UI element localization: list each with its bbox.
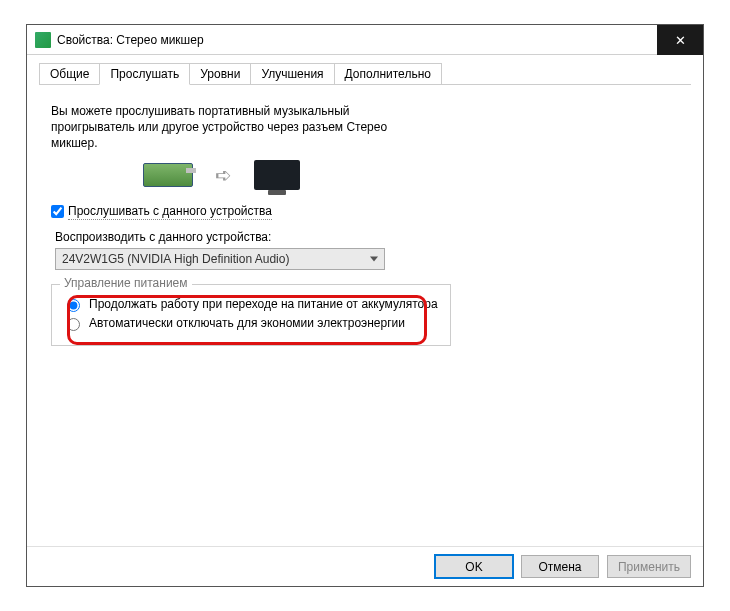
- power-management-group: Управление питанием Продолжать работу пр…: [51, 284, 451, 346]
- listen-checkbox-row[interactable]: Прослушивать с данного устройства: [51, 204, 679, 220]
- cancel-button[interactable]: Отмена: [521, 555, 599, 578]
- power-option-auto-off[interactable]: Автоматически отключать для экономии эле…: [62, 316, 440, 331]
- close-button[interactable]: ✕: [657, 25, 703, 55]
- tab-advanced[interactable]: Дополнительно: [334, 63, 442, 84]
- dialog-body: Общие Прослушать Уровни Улучшения Дополн…: [27, 55, 703, 546]
- tab-levels[interactable]: Уровни: [189, 63, 251, 84]
- tab-content: Вы можете прослушивать портативный музык…: [39, 85, 691, 358]
- power-option-continue[interactable]: Продолжать работу при переходе на питани…: [62, 297, 440, 312]
- arrow-icon: ➪: [215, 163, 232, 187]
- titlebar: Свойства: Стерео микшер ✕: [27, 25, 703, 55]
- radio-auto-off-label: Автоматически отключать для экономии эле…: [89, 316, 405, 330]
- radio-continue-label: Продолжать работу при переходе на питани…: [89, 297, 438, 311]
- window-title: Свойства: Стерео микшер: [57, 33, 204, 47]
- tab-enhancements[interactable]: Улучшения: [250, 63, 334, 84]
- tab-listen[interactable]: Прослушать: [99, 63, 190, 85]
- listen-checkbox[interactable]: [51, 205, 64, 218]
- tab-strip: Общие Прослушать Уровни Улучшения Дополн…: [39, 63, 691, 85]
- ok-button[interactable]: OK: [435, 555, 513, 578]
- radio-auto-off[interactable]: [67, 318, 80, 331]
- playback-device-selected: 24V2W1G5 (NVIDIA High Definition Audio): [62, 252, 289, 266]
- description-text: Вы можете прослушивать портативный музык…: [51, 103, 411, 152]
- power-group-title: Управление питанием: [60, 276, 192, 290]
- apply-button[interactable]: Применить: [607, 555, 691, 578]
- properties-dialog: Свойства: Стерео микшер ✕ Общие Прослуша…: [26, 24, 704, 587]
- device-diagram: ➪: [51, 160, 391, 190]
- dialog-footer: OK Отмена Применить: [27, 546, 703, 586]
- listen-checkbox-label[interactable]: Прослушивать с данного устройства: [68, 204, 272, 220]
- audio-device-icon: [35, 32, 51, 48]
- radio-continue[interactable]: [67, 299, 80, 312]
- tab-general[interactable]: Общие: [39, 63, 100, 84]
- sound-card-icon: [143, 163, 193, 187]
- playback-device-dropdown[interactable]: 24V2W1G5 (NVIDIA High Definition Audio): [55, 248, 385, 270]
- monitor-icon: [254, 160, 300, 190]
- playback-device-label: Воспроизводить с данного устройства:: [55, 230, 679, 244]
